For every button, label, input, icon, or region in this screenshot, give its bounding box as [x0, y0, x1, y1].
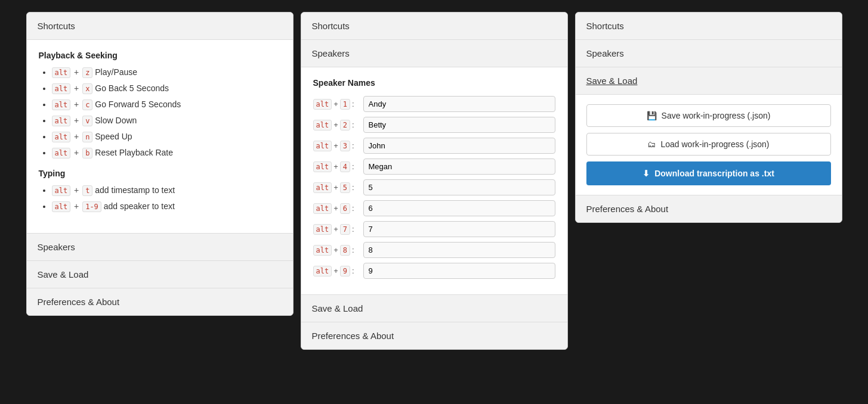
- speaker-row-label-4: alt + 4 :: [313, 161, 361, 172]
- shortcut-item-b: alt + b Reset Playback Rate: [52, 147, 281, 159]
- shortcut-desc-c: Go Forward 5 Seconds: [95, 100, 181, 109]
- speaker-input-5[interactable]: [363, 179, 555, 195]
- key-1: 1: [340, 99, 350, 110]
- key-alt-z: alt: [52, 67, 71, 78]
- shortcut-desc-z: Play/Pause: [95, 67, 137, 77]
- load-icon: 🗂: [647, 139, 656, 149]
- saveload-label-3: Save & Load: [586, 76, 638, 86]
- speaker-input-3[interactable]: [363, 138, 555, 154]
- shortcuts-header-2[interactable]: Shortcuts: [301, 13, 567, 40]
- shortcuts-label-1: Shortcuts: [38, 21, 75, 31]
- speaker-row-8: alt + 8 :: [313, 242, 555, 258]
- key-z: z: [82, 67, 92, 78]
- key-alt-19: alt: [52, 201, 71, 212]
- shortcuts-label-3: Shortcuts: [586, 21, 624, 31]
- speaker-row-3: alt + 3 :: [313, 138, 555, 154]
- panel-3: Shortcuts Speakers Save & Load 💾 Save wo…: [575, 12, 842, 223]
- speakers-label-2: Speakers: [312, 48, 350, 58]
- key-b: b: [82, 148, 92, 159]
- shortcut-desc-v: Slow Down: [95, 116, 137, 125]
- prefs-header-3[interactable]: Preferences & About: [576, 195, 842, 222]
- saveload-label-2: Save & Load: [312, 303, 363, 313]
- download-txt-button[interactable]: ⬇ Download transcription as .txt: [586, 161, 831, 185]
- prefs-label-2: Preferences & About: [312, 331, 394, 341]
- key-alt-s8: alt: [313, 245, 332, 256]
- speaker-input-9[interactable]: [363, 263, 555, 279]
- speaker-row-7: alt + 7 :: [313, 221, 555, 237]
- key-19: 1-9: [82, 201, 101, 212]
- key-t: t: [82, 185, 92, 196]
- key-alt-c: alt: [52, 100, 71, 110]
- speaker-row-9: alt + 9 :: [313, 263, 555, 279]
- key-alt-s3: alt: [313, 141, 332, 151]
- key-alt-s9: alt: [313, 266, 332, 276]
- speakers-header-1[interactable]: Speakers: [27, 234, 293, 261]
- key-2: 2: [340, 120, 350, 130]
- key-v: v: [82, 116, 92, 126]
- speaker-row-label-2: alt + 2 :: [313, 120, 361, 130]
- speaker-input-7[interactable]: [363, 221, 555, 237]
- saveload-label-1: Save & Load: [38, 269, 89, 279]
- save-icon: 💾: [647, 111, 657, 120]
- load-json-button[interactable]: 🗂 Load work-in-progress (.json): [586, 133, 831, 156]
- saveload-section-3: Save & Load 💾 Save work-in-progress (.js…: [576, 67, 842, 195]
- speaker-input-2[interactable]: [363, 117, 555, 133]
- speaker-row-label-1: alt + 1 :: [313, 99, 361, 110]
- typing-title: Typing: [39, 169, 281, 178]
- shortcut-item-t: alt + t add timestamp to text: [52, 184, 281, 197]
- speaker-row-5: alt + 5 :: [313, 179, 555, 195]
- shortcut-item-x: alt + x Go Back 5 Seconds: [52, 82, 281, 95]
- shortcuts-header-1[interactable]: Shortcuts: [27, 13, 293, 40]
- saveload-header-2[interactable]: Save & Load: [301, 295, 567, 322]
- speakers-section-2: Speakers Speaker Names alt + 1 : alt + 2: [301, 40, 567, 295]
- speakers-header-2[interactable]: Speakers: [301, 40, 567, 67]
- load-json-label: Load work-in-progress (.json): [660, 139, 769, 149]
- playback-title: Playback & Seeking: [39, 51, 281, 60]
- key-5: 5: [340, 182, 350, 193]
- shortcut-item-v: alt + v Slow Down: [52, 114, 281, 127]
- saveload-content-3: 💾 Save work-in-progress (.json) 🗂 Load w…: [576, 95, 842, 195]
- shortcut-desc-b: Reset Playback Rate: [95, 148, 173, 157]
- speaker-row-label-9: alt + 9 :: [313, 266, 361, 276]
- speakers-content-2: Speaker Names alt + 1 : alt + 2 :: [301, 67, 567, 294]
- speaker-input-8[interactable]: [363, 242, 555, 258]
- speaker-row-label-3: alt + 3 :: [313, 141, 361, 151]
- typing-list: alt + t add timestamp to text alt + 1-9 …: [39, 184, 281, 213]
- shortcuts-label-2: Shortcuts: [312, 21, 350, 31]
- saveload-header-3[interactable]: Save & Load: [576, 67, 842, 95]
- key-alt-n: alt: [52, 132, 71, 142]
- shortcut-item-n: alt + n Speed Up: [52, 130, 281, 143]
- prefs-header-2[interactable]: Preferences & About: [301, 322, 567, 349]
- panel-1: Shortcuts Playback & Seeking alt + z Pla…: [26, 12, 294, 316]
- key-alt-s4: alt: [313, 161, 332, 172]
- speaker-input-4[interactable]: [363, 159, 555, 175]
- speaker-names-title: Speaker Names: [313, 78, 555, 88]
- speaker-row-label-8: alt + 8 :: [313, 245, 361, 256]
- prefs-label-3: Preferences & About: [586, 204, 669, 214]
- shortcut-desc-x: Go Back 5 Seconds: [95, 83, 169, 93]
- shortcuts-header-3[interactable]: Shortcuts: [576, 13, 842, 40]
- speaker-row-6: alt + 6 :: [313, 200, 555, 216]
- save-json-button[interactable]: 💾 Save work-in-progress (.json): [586, 104, 831, 127]
- key-9: 9: [340, 266, 350, 276]
- key-alt-s7: alt: [313, 224, 332, 235]
- speakers-header-3[interactable]: Speakers: [576, 40, 842, 67]
- speaker-input-6[interactable]: [363, 200, 555, 216]
- speaker-row-label-7: alt + 7 :: [313, 224, 361, 235]
- shortcut-desc-19: add speaker to text: [104, 201, 175, 211]
- panel-2: Shortcuts Speakers Speaker Names alt + 1…: [301, 12, 568, 350]
- key-3: 3: [340, 141, 350, 151]
- key-alt-v: alt: [52, 116, 71, 126]
- key-alt-x: alt: [52, 83, 71, 94]
- shortcut-item-19: alt + 1-9 add speaker to text: [52, 200, 281, 213]
- speaker-input-1[interactable]: [363, 96, 555, 112]
- download-txt-label: Download transcription as .txt: [654, 169, 774, 178]
- prefs-header-1[interactable]: Preferences & About: [27, 288, 293, 315]
- key-4: 4: [340, 161, 350, 172]
- speakers-label-1: Speakers: [38, 242, 75, 252]
- speaker-row-label-5: alt + 5 :: [313, 182, 361, 193]
- key-8: 8: [340, 245, 350, 256]
- key-x: x: [82, 83, 92, 94]
- saveload-header-1[interactable]: Save & Load: [27, 261, 293, 288]
- key-alt-s2: alt: [313, 120, 332, 130]
